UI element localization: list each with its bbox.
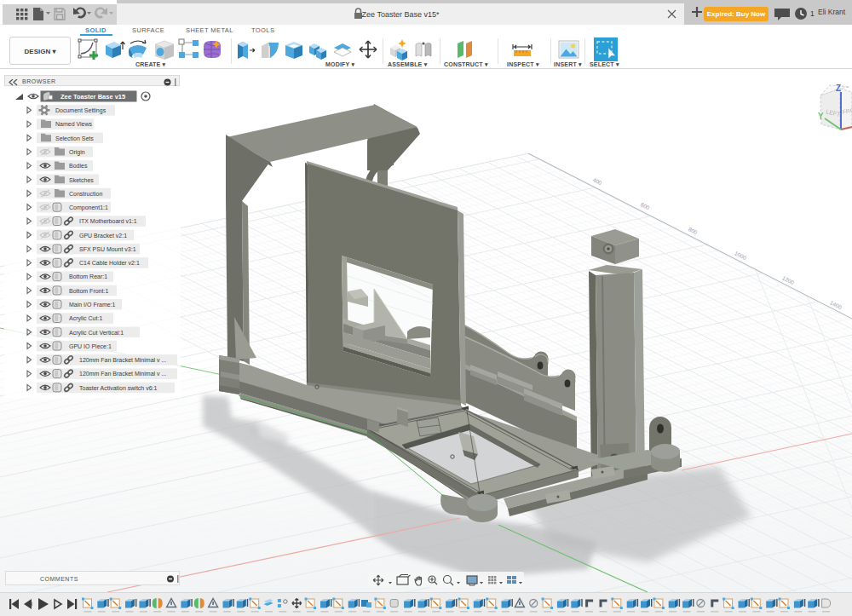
svg-text:Z: Z [836,83,841,93]
svg-text:120mm Fan Bracket Minimal v ..: 120mm Fan Bracket Minimal v ... [79,357,166,363]
svg-text:Construction: Construction [69,191,102,197]
svg-text:Bottom Rear:1: Bottom Rear:1 [69,273,107,279]
svg-text:Origin: Origin [69,149,85,156]
svg-text:Bottom Front:1: Bottom Front:1 [69,288,108,294]
svg-text:1: 1 [810,9,815,18]
svg-text:ITX Motherboard v1:1: ITX Motherboard v1:1 [79,218,137,224]
svg-text:GPU IO Piece:1: GPU IO Piece:1 [69,343,112,349]
svg-text:GPU Bracket v2:1: GPU Bracket v2:1 [79,233,127,239]
svg-text:Selection Sets: Selection Sets [55,135,94,141]
svg-text:Component1:1: Component1:1 [69,204,108,211]
svg-text:Main I/O Frame:1: Main I/O Frame:1 [69,302,116,308]
svg-text:1400: 1400 [829,299,843,310]
svg-text:SFX PSU Mount v3:1: SFX PSU Mount v3:1 [79,246,136,252]
svg-text:Sketches: Sketches [69,177,94,183]
svg-text:Bodies: Bodies [69,163,88,169]
svg-text:Acrylic Cut Vertical:1: Acrylic Cut Vertical:1 [69,330,124,337]
svg-text:Y: Y [818,112,824,121]
svg-text:400: 400 [592,176,603,186]
svg-text:Toaster Activation switch v6:1: Toaster Activation switch v6:1 [79,385,158,391]
svg-text:Zee Toaster Base v15: Zee Toaster Base v15 [60,93,125,101]
svg-text:Document Settings: Document Settings [55,107,106,114]
svg-text:Named Views: Named Views [55,121,93,127]
svg-text:Acrylic Cut:1: Acrylic Cut:1 [69,315,102,322]
svg-text:800: 800 [688,226,699,235]
svg-text:120mm Fan Bracket Minimal v ..: 120mm Fan Bracket Minimal v ... [79,371,166,377]
svg-text:C14 Cable Holder v2:1: C14 Cable Holder v2:1 [79,260,140,266]
svg-text:600: 600 [640,201,651,210]
